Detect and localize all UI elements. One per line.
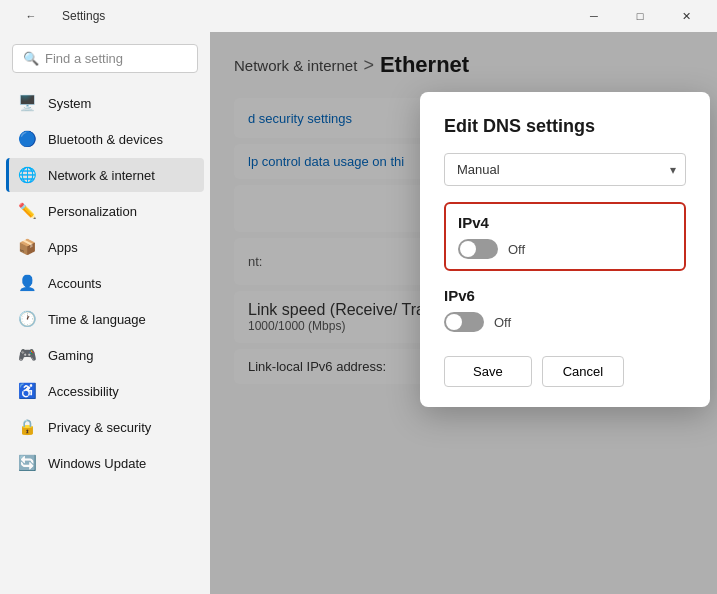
sidebar: 🔍 Find a setting 🖥️ System 🔵 Bluetooth &… — [0, 32, 210, 594]
cancel-button[interactable]: Cancel — [542, 356, 624, 387]
ipv4-toggle-row: Off — [458, 239, 672, 259]
ipv6-toggle[interactable] — [444, 312, 484, 332]
search-placeholder: Find a setting — [45, 51, 123, 66]
accounts-icon: 👤 — [18, 274, 36, 292]
system-icon: 🖥️ — [18, 94, 36, 112]
ipv6-toggle-row: Off — [444, 312, 686, 332]
search-box[interactable]: 🔍 Find a setting — [12, 44, 198, 73]
title-bar-left: ← Settings — [8, 0, 105, 32]
save-button[interactable]: Save — [444, 356, 532, 387]
ipv4-toggle[interactable] — [458, 239, 498, 259]
update-icon: 🔄 — [18, 454, 36, 472]
minimize-button[interactable]: ─ — [571, 0, 617, 32]
ipv6-section: IPv6 Off — [444, 287, 686, 348]
sidebar-item-system[interactable]: 🖥️ System — [6, 86, 204, 120]
sidebar-label-network: Network & internet — [48, 168, 155, 183]
sidebar-item-accessibility[interactable]: ♿ Accessibility — [6, 374, 204, 408]
accessibility-icon: ♿ — [18, 382, 36, 400]
sidebar-item-time[interactable]: 🕐 Time & language — [6, 302, 204, 336]
app-title: Settings — [62, 9, 105, 23]
dialog-title: Edit DNS settings — [444, 116, 686, 137]
sidebar-item-personalization[interactable]: ✏️ Personalization — [6, 194, 204, 228]
personalization-icon: ✏️ — [18, 202, 36, 220]
dialog-buttons: Save Cancel — [444, 356, 686, 387]
close-button[interactable]: ✕ — [663, 0, 709, 32]
sidebar-label-accounts: Accounts — [48, 276, 101, 291]
sidebar-label-time: Time & language — [48, 312, 146, 327]
time-icon: 🕐 — [18, 310, 36, 328]
sidebar-item-bluetooth[interactable]: 🔵 Bluetooth & devices — [6, 122, 204, 156]
dns-mode-select[interactable]: Manual Automatic (DHCP) — [444, 153, 686, 186]
dns-dialog: Edit DNS settings Manual Automatic (DHCP… — [420, 92, 710, 407]
privacy-icon: 🔒 — [18, 418, 36, 436]
sidebar-label-privacy: Privacy & security — [48, 420, 151, 435]
sidebar-item-gaming[interactable]: 🎮 Gaming — [6, 338, 204, 372]
apps-icon: 📦 — [18, 238, 36, 256]
sidebar-label-system: System — [48, 96, 91, 111]
sidebar-label-bluetooth: Bluetooth & devices — [48, 132, 163, 147]
search-icon: 🔍 — [23, 51, 39, 66]
gaming-icon: 🎮 — [18, 346, 36, 364]
sidebar-label-gaming: Gaming — [48, 348, 94, 363]
sidebar-item-privacy[interactable]: 🔒 Privacy & security — [6, 410, 204, 444]
main-content: Network & internet > Ethernet d security… — [210, 32, 717, 594]
ipv4-label: IPv4 — [458, 214, 672, 231]
ipv6-label: IPv6 — [444, 287, 686, 304]
dns-select-wrapper: Manual Automatic (DHCP) ▾ — [444, 153, 686, 186]
window-controls: ─ □ ✕ — [571, 0, 709, 32]
dialog-overlay: Edit DNS settings Manual Automatic (DHCP… — [210, 32, 717, 594]
ipv4-section: IPv4 Off — [444, 202, 686, 271]
bluetooth-icon: 🔵 — [18, 130, 36, 148]
sidebar-item-accounts[interactable]: 👤 Accounts — [6, 266, 204, 300]
sidebar-label-apps: Apps — [48, 240, 78, 255]
network-icon: 🌐 — [18, 166, 36, 184]
maximize-button[interactable]: □ — [617, 0, 663, 32]
ipv4-toggle-label: Off — [508, 242, 525, 257]
sidebar-item-windowsupdate[interactable]: 🔄 Windows Update — [6, 446, 204, 480]
back-button[interactable]: ← — [8, 0, 54, 32]
sidebar-item-network[interactable]: 🌐 Network & internet — [6, 158, 204, 192]
sidebar-label-accessibility: Accessibility — [48, 384, 119, 399]
sidebar-item-apps[interactable]: 📦 Apps — [6, 230, 204, 264]
title-bar: ← Settings ─ □ ✕ — [0, 0, 717, 32]
sidebar-label-personalization: Personalization — [48, 204, 137, 219]
ipv6-toggle-label: Off — [494, 315, 511, 330]
app-layout: 🔍 Find a setting 🖥️ System 🔵 Bluetooth &… — [0, 32, 717, 594]
sidebar-label-windowsupdate: Windows Update — [48, 456, 146, 471]
